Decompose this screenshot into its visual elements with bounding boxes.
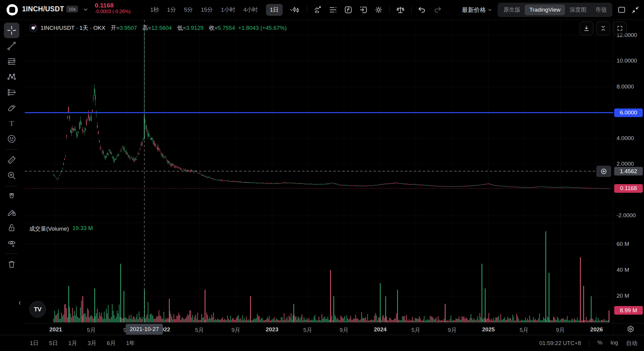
divider: [6, 149, 18, 150]
ruler-tool[interactable]: [4, 152, 19, 168]
lock-all-tool[interactable]: [4, 220, 19, 235]
time-tick: 2026: [590, 326, 603, 333]
range-3月[interactable]: 3月: [88, 339, 97, 347]
last-price-badge[interactable]: 0.1168: [614, 184, 643, 193]
volume-tick: 40 M: [617, 267, 629, 273]
drawing-lock-tool[interactable]: [4, 204, 19, 220]
time-tick: 9月: [448, 326, 457, 334]
time-tick: 2023: [266, 326, 278, 333]
top-bar: 1INCH/USDT 10x 0.1168 -0.0003 (-0.26%) 1…: [0, 0, 644, 20]
candles-icon[interactable]: [292, 5, 301, 14]
redo-icon[interactable]: [433, 5, 442, 14]
xabcd-pattern-tool[interactable]: [4, 69, 19, 85]
alert-price-badge[interactable]: 6.0000: [614, 108, 643, 117]
high-label: 高=: [142, 25, 151, 31]
view-tab-TradingView[interactable]: TradingView: [525, 4, 565, 15]
time-axis[interactable]: 20215月9月20225月9月20235月9月20245月9月20255月9月…: [0, 324, 644, 335]
range-1月[interactable]: 1月: [68, 339, 77, 347]
range-5日[interactable]: 5日: [49, 339, 58, 347]
panel-toggle-icon[interactable]: [617, 5, 626, 14]
timeframe-1秒[interactable]: 1秒: [150, 6, 159, 14]
scale-button-自动[interactable]: 自动: [626, 339, 637, 347]
fx-template-icon[interactable]: [344, 5, 353, 14]
time-tick: 2024: [374, 326, 386, 333]
fullscreen-button[interactable]: [613, 21, 627, 35]
crosshair-tool[interactable]: [4, 23, 19, 38]
top-right-group: 最新价格 原生版TradingView深度图市值: [462, 0, 640, 20]
divider: [6, 186, 18, 186]
close-value: 5.7554: [218, 25, 235, 31]
price-tick: 10.0000: [617, 58, 637, 64]
view-tab-深度图[interactable]: 深度图: [565, 4, 591, 16]
time-tick: 2025: [482, 326, 495, 333]
view-tab-市值[interactable]: 市值: [591, 4, 611, 16]
range-buttons: 1日5日1月3月6月1年: [30, 339, 135, 347]
compare-scales-icon[interactable]: [396, 5, 405, 14]
range-6月[interactable]: 6月: [107, 339, 116, 347]
clock[interactable]: 01:59:22 UTC+8: [539, 340, 581, 347]
symbol-title[interactable]: 1INCH/USDT: [22, 5, 64, 13]
high-value: 12.5604: [151, 25, 172, 31]
timeframe-15分[interactable]: 15分: [201, 6, 213, 14]
view-tab-原生版[interactable]: 原生版: [499, 4, 525, 16]
scale-button-log[interactable]: log: [611, 339, 618, 347]
scale-button-%[interactable]: %: [597, 339, 603, 347]
hide-drawings-tool[interactable]: [4, 235, 19, 251]
divider: [6, 254, 18, 254]
time-tick: 9月: [340, 326, 349, 334]
time-tick: 5月: [411, 326, 420, 334]
projection-tool[interactable]: [4, 85, 19, 100]
delete-drawings-tool[interactable]: [4, 257, 19, 272]
collapse-window-icon[interactable]: [631, 5, 640, 14]
symbol-chevron-down-icon[interactable]: [82, 6, 89, 13]
low-value: 3.9129: [186, 25, 203, 31]
tradingview-logo[interactable]: TV: [29, 301, 46, 318]
volume-legend[interactable]: 成交量(Volume) 19.33 M: [29, 225, 93, 233]
divider: [411, 6, 411, 14]
brush-tool[interactable]: [4, 100, 19, 116]
crosshair-plus-button[interactable]: [596, 166, 611, 177]
magnet-tool[interactable]: [4, 189, 19, 204]
price-mode-dropdown[interactable]: 最新价格: [462, 6, 493, 14]
price-tick: 8.0000: [617, 83, 634, 90]
time-tick: 5月: [303, 326, 312, 334]
last-price: 0.1168: [95, 2, 131, 9]
text-tool[interactable]: T: [4, 116, 19, 131]
indicators-icon[interactable]: [313, 5, 322, 14]
timeframe-active[interactable]: 1日: [266, 4, 283, 16]
axis-settings-icon[interactable]: [626, 325, 635, 334]
emoji-tool[interactable]: [4, 131, 19, 147]
leverage-badge[interactable]: 10x: [66, 6, 78, 13]
time-tick: 5月: [520, 326, 529, 334]
chart-canvas[interactable]: [0, 0, 644, 351]
settings-gear-icon[interactable]: [374, 5, 383, 14]
time-tick: 9月: [556, 326, 565, 334]
last-volume-badge: 8.99 M: [614, 306, 643, 315]
volume-label: 成交量(Volume): [29, 225, 69, 233]
toolbar-collapse-chevron[interactable]: ‹: [18, 298, 21, 307]
timeframe-1小时[interactable]: 1小时: [221, 6, 236, 14]
app-logo-icon[interactable]: [7, 4, 18, 15]
svg-text:T: T: [9, 119, 14, 127]
range-1年[interactable]: 1年: [126, 339, 135, 347]
download-chart-button[interactable]: [580, 21, 593, 35]
timeframe-1分[interactable]: 1分: [167, 6, 176, 14]
price-change: -0.0003 (-0.26%): [95, 9, 131, 14]
chart-legend[interactable]: 1INCH/USDT · 1天 · OKX 开=3.9507 高=12.5604…: [29, 24, 287, 32]
coin-icon: [29, 24, 38, 32]
trend-line-tool[interactable]: [4, 38, 19, 54]
fib-lines-tool[interactable]: [4, 54, 19, 69]
timeframe-4小时[interactable]: 4小时: [243, 6, 258, 14]
drawing-templates-icon[interactable]: [329, 5, 338, 14]
zoom-in-tool[interactable]: [4, 168, 19, 183]
trading-app: 1INCH/USDT 10x 0.1168 -0.0003 (-0.26%) 1…: [0, 0, 644, 351]
undo-icon[interactable]: [418, 5, 427, 14]
range-1日[interactable]: 1日: [30, 339, 39, 347]
view-tabs: 原生版TradingView深度图市值: [498, 3, 612, 17]
volume-value: 19.33 M: [72, 225, 93, 233]
timeframe-5分[interactable]: 5分: [184, 6, 193, 14]
collapse-pane-button[interactable]: [596, 21, 610, 35]
time-tick: 9月: [231, 326, 240, 334]
replay-icon[interactable]: [359, 5, 368, 14]
crosshair-date-tooltip: 2021-10-27: [126, 324, 163, 335]
